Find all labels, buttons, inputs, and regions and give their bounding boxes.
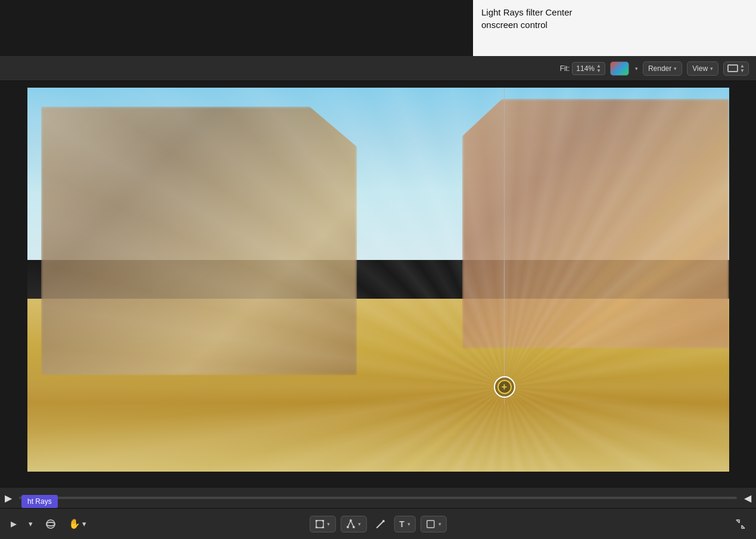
playback-bar: ▶︎ ◀︎ xyxy=(0,488,756,508)
svg-point-10 xyxy=(352,526,354,528)
right-tools xyxy=(732,516,749,532)
svg-rect-6 xyxy=(315,526,317,528)
fit-value-text: 114% xyxy=(576,64,595,73)
fit-stepper[interactable]: ▲▼ xyxy=(596,64,601,73)
pen-icon xyxy=(346,519,355,529)
play-button[interactable]: ▶ xyxy=(7,517,20,531)
center-crosshair-control[interactable]: + xyxy=(494,376,515,398)
paint-tool-button[interactable] xyxy=(371,516,389,532)
transform-icon xyxy=(315,519,324,529)
color-swatch-button[interactable] xyxy=(610,61,629,76)
view-button[interactable]: View ▾ xyxy=(687,61,718,76)
expand-button[interactable] xyxy=(732,516,749,532)
crosshair-inner-circle: + xyxy=(497,380,512,394)
expand-icon xyxy=(735,518,746,530)
monitor-icon xyxy=(727,64,738,72)
svg-point-0 xyxy=(46,520,55,528)
fit-value-btn[interactable]: 114% ▲▼ xyxy=(572,62,605,75)
play-icon: ▶ xyxy=(11,519,17,528)
annotation-line2: onscreen control xyxy=(481,20,547,30)
hand-chevron: ▾ xyxy=(82,519,86,528)
crosshair-plus-icon: + xyxy=(502,382,507,392)
fit-control: Fit: 114% ▲▼ xyxy=(560,62,605,75)
shape-tool-button[interactable]: ▾ xyxy=(421,516,447,532)
svg-point-9 xyxy=(346,526,349,528)
play-options-chevron: ▾ xyxy=(29,519,33,528)
center-tools: ▾ ▾ T ▾ xyxy=(309,516,447,532)
svg-point-8 xyxy=(349,519,351,522)
svg-line-11 xyxy=(377,521,383,528)
render-button[interactable]: Render ▾ xyxy=(643,61,682,76)
transform-chevron: ▾ xyxy=(327,521,330,527)
svg-rect-5 xyxy=(322,520,323,522)
svg-rect-4 xyxy=(315,520,317,522)
top-toolbar: Fit: 114% ▲▼ ▾ Render ▾ View ▾ ▲▼ xyxy=(0,56,756,81)
fit-label: Fit: xyxy=(560,64,570,73)
view-chevron: ▾ xyxy=(710,66,713,72)
timeline-track[interactable] xyxy=(19,497,737,499)
svg-rect-7 xyxy=(322,526,323,528)
annotation-area: Light Rays filter Center onscreen contro… xyxy=(473,0,756,56)
zoom-rays xyxy=(27,88,729,472)
playhead-start-icon: ▶︎ xyxy=(5,492,12,504)
monitor-button[interactable]: ▲▼ xyxy=(723,61,749,76)
hand-tool-button[interactable]: ✋ ▾ xyxy=(65,516,90,532)
text-tool-button[interactable]: T ▾ xyxy=(394,516,416,532)
timeline-clip-label[interactable]: ht Rays xyxy=(21,495,58,508)
timeline-clip-text: ht Rays xyxy=(27,497,52,506)
text-icon: T xyxy=(399,519,405,529)
orbit-tool-button[interactable] xyxy=(41,516,60,532)
annotation-text: Light Rays filter Center onscreen contro… xyxy=(481,6,573,31)
view-label: View xyxy=(692,64,708,73)
svg-point-12 xyxy=(382,520,384,522)
transform-tool-button[interactable]: ▾ xyxy=(309,516,335,532)
shape-chevron: ▾ xyxy=(438,521,441,527)
render-chevron: ▾ xyxy=(674,66,677,72)
pen-chevron: ▾ xyxy=(358,521,361,527)
hand-icon: ✋ xyxy=(69,518,80,529)
playhead-end-icon: ◀︎ xyxy=(744,492,751,504)
play-options-button[interactable]: ▾ xyxy=(25,517,36,531)
render-label: Render xyxy=(648,64,671,73)
color-swatch-chevron: ▾ xyxy=(635,66,638,72)
shape-icon xyxy=(426,519,435,529)
text-chevron: ▾ xyxy=(407,521,410,527)
canvas-area: + xyxy=(0,81,756,478)
bottom-toolbar: ▶ ▾ ✋ ▾ ▾ xyxy=(0,508,756,539)
annotation-line1: Light Rays filter Center xyxy=(481,7,573,17)
monitor-stepper[interactable]: ▲▼ xyxy=(740,64,745,73)
svg-point-2 xyxy=(46,522,55,526)
crosshair-outer-circle: + xyxy=(494,376,515,398)
video-frame: + xyxy=(27,88,729,472)
svg-rect-13 xyxy=(427,521,434,528)
pen-tool-button[interactable]: ▾ xyxy=(340,516,366,532)
orbit-icon xyxy=(45,518,57,530)
paint-icon xyxy=(375,519,385,529)
